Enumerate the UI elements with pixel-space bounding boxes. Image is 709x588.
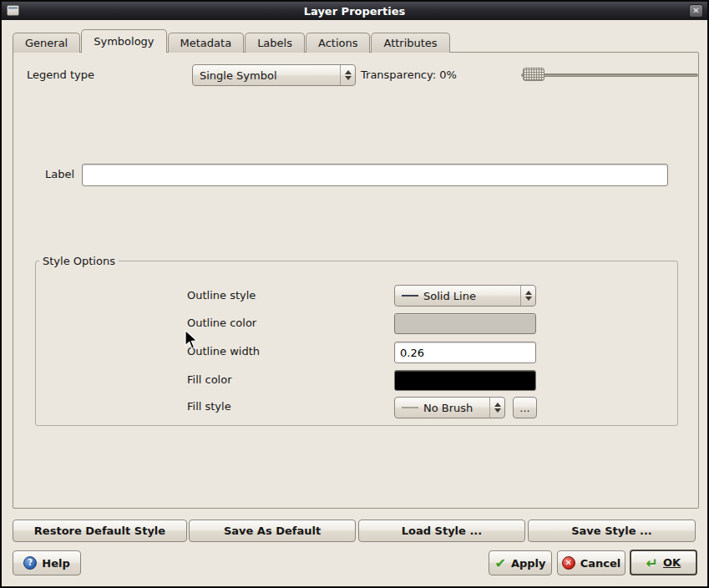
outline-style-select[interactable]: Solid Line: [394, 285, 536, 307]
cancel-icon: ✕: [562, 556, 575, 570]
no-brush-preview-icon: [402, 407, 418, 408]
legend-type-select[interactable]: Single Symbol: [192, 64, 356, 86]
title-bar: Layer Properties ✕: [2, 2, 707, 20]
fill-style-more-button[interactable]: ...: [513, 397, 537, 418]
help-button[interactable]: ? Help: [13, 550, 81, 575]
tab-general[interactable]: General: [13, 33, 80, 53]
style-options-group: Style Options: [35, 255, 678, 426]
window-icon: [7, 5, 19, 16]
tab-metadata[interactable]: Metadata: [168, 33, 245, 53]
window-title: Layer Properties: [304, 5, 406, 18]
cancel-button-label: Cancel: [580, 557, 621, 570]
load-style-button[interactable]: Load Style ...: [358, 520, 525, 542]
transparency-slider[interactable]: [521, 67, 698, 82]
help-button-label: Help: [42, 557, 69, 570]
fill-color-label: Fill color: [187, 369, 232, 391]
solid-line-preview-icon: [402, 295, 418, 297]
ok-button-label: OK: [663, 556, 681, 569]
style-options-title: Style Options: [39, 255, 119, 267]
label-label: Label: [45, 164, 74, 185]
legend-type-label: Legend type: [27, 64, 94, 86]
fill-style-label: Fill style: [187, 396, 231, 418]
outline-style-value: Solid Line: [423, 290, 476, 302]
chevron-up-down-icon: [489, 398, 504, 418]
save-style-button[interactable]: Save Style ...: [528, 520, 696, 542]
chevron-up-down-icon: [340, 65, 355, 85]
ok-icon: ↵: [646, 555, 658, 571]
outline-width-spinbox[interactable]: [394, 342, 536, 363]
ok-button[interactable]: ↵ OK: [630, 550, 697, 575]
slider-handle[interactable]: [523, 68, 544, 81]
label-input[interactable]: [82, 164, 668, 186]
save-as-default-button[interactable]: Save As Default: [189, 520, 356, 542]
fill-style-select[interactable]: No Brush: [394, 397, 505, 418]
cancel-button[interactable]: ✕ Cancel: [557, 550, 625, 575]
fill-color-button[interactable]: [394, 370, 536, 391]
transparency-label: Transparency: 0%: [361, 64, 457, 86]
restore-default-style-button[interactable]: Restore Default Style: [13, 520, 187, 542]
tab-attributes[interactable]: Attributes: [371, 33, 449, 53]
chevron-up-down-icon: [520, 286, 535, 306]
tab-symbology[interactable]: Symbology: [81, 29, 166, 53]
tab-labels[interactable]: Labels: [245, 33, 305, 53]
outline-color-button[interactable]: [394, 313, 536, 334]
apply-icon: ✔: [494, 555, 505, 571]
outline-style-label: Outline style: [187, 285, 256, 307]
fill-style-value: No Brush: [423, 402, 473, 414]
apply-button[interactable]: ✔ Apply: [489, 550, 552, 575]
tab-actions[interactable]: Actions: [306, 33, 371, 53]
mouse-cursor: [184, 330, 199, 352]
tab-bar: General Symbology Metadata Labels Action…: [13, 30, 451, 53]
legend-type-value: Single Symbol: [193, 69, 340, 82]
outline-width-input[interactable]: [395, 342, 536, 362]
slider-track: [521, 74, 698, 77]
help-icon: ?: [23, 556, 37, 570]
layer-properties-dialog: Layer Properties ✕ General Symbology Met…: [0, 0, 709, 588]
close-icon[interactable]: ✕: [689, 4, 703, 18]
apply-button-label: Apply: [511, 557, 546, 570]
